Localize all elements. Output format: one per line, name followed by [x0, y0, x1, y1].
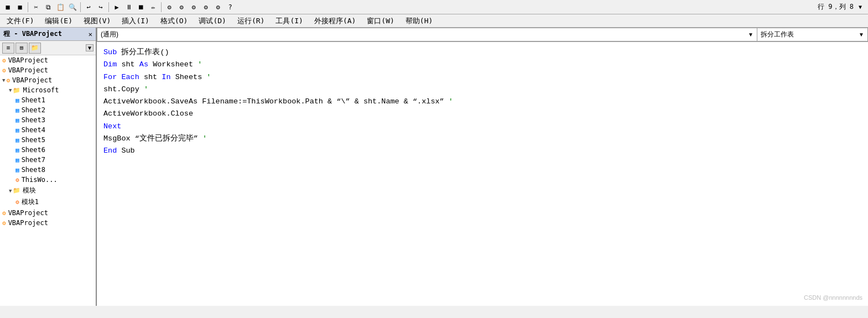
toolbar-scroll[interactable]: ▼ [855, 4, 866, 10]
code-token: In [162, 71, 175, 84]
toolbar-icon-pause[interactable]: ⏸ [123, 2, 134, 13]
tree-module1[interactable]: ⚙ 模块1 [0, 196, 96, 208]
toolbar-icon-undo[interactable]: ↩ [83, 2, 94, 13]
tree-thisworkbook[interactable]: ⚙ ThisWo... [0, 175, 96, 185]
tree-btn-2[interactable]: ⊞ [15, 43, 28, 54]
menu-insert[interactable]: 插入(I) [117, 15, 153, 27]
left-panel-header: 程 - VBAProject ✕ [0, 28, 96, 41]
code-token: Sheets [175, 71, 207, 84]
code-token: For [103, 71, 121, 84]
tree-sheet8[interactable]: ▦ Sheet8 [0, 165, 96, 175]
tree-sheet8-label: Sheet8 [22, 166, 45, 174]
tree-sheet1[interactable]: ▦ Sheet1 [0, 95, 96, 105]
tree-sheet2[interactable]: ▦ Sheet2 [0, 105, 96, 115]
menu-file[interactable]: 文件(F) [2, 15, 38, 27]
toolbar-sep-4 [161, 2, 162, 12]
tree-sheet7[interactable]: ▦ Sheet7 [0, 155, 96, 165]
menu-edit[interactable]: 编辑(E) [40, 15, 76, 27]
toolbar-sep-2 [80, 2, 81, 12]
toolbar-icon-6[interactable]: ⚙ [176, 2, 187, 13]
menu-window[interactable]: 窗口(W) [362, 15, 398, 27]
tree-modules-folder[interactable]: ▼ 📁 模块 [0, 185, 96, 196]
tree-vbaproject-label-5: VBAProject [8, 219, 48, 227]
toolbar-status: 行 9，列 8 [818, 2, 854, 12]
left-panel-close-btn[interactable]: ✕ [89, 30, 92, 38]
tree-vbaproject-1[interactable]: ⚙ VBAProject [0, 55, 96, 65]
code-token: 拆分工作表() [121, 46, 169, 59]
menu-tools[interactable]: 工具(I) [271, 15, 307, 27]
tree-vbaproject-label-3: VBAProject [12, 76, 52, 84]
toolbar-icon-7[interactable]: ⚙ [188, 2, 199, 13]
tree-vbaproject-4[interactable]: ⚙ VBAProject [0, 208, 96, 218]
menu-debug[interactable]: 调试(D) [194, 15, 230, 27]
code-token: End [103, 145, 121, 157]
toolbar-icon-5[interactable]: ⚙ [164, 2, 175, 13]
toolbar-icon-copy[interactable]: ⧉ [43, 2, 54, 13]
tree-thisworkbook-label: ThisWo... [22, 176, 58, 184]
menu-addins[interactable]: 外接程序(A) [310, 15, 360, 27]
tree-vbaproject-3[interactable]: ▼ ⚙ VBAProject [0, 75, 96, 85]
vbaproject-icon-1: ⚙ [2, 57, 6, 64]
modules-folder-icon: 📁 [13, 187, 20, 194]
tree-btn-3[interactable]: 📁 [29, 43, 41, 54]
combo-right-arrow[interactable]: ▼ [859, 32, 864, 38]
sheet3-icon: ▦ [15, 117, 19, 124]
toolbar-icon-find[interactable]: 🔍 [67, 2, 78, 13]
tree-sheet3[interactable]: ▦ Sheet3 [0, 115, 96, 125]
sheet6-icon: ▦ [15, 147, 19, 154]
menu-view[interactable]: 视图(V) [79, 15, 115, 27]
menu-run[interactable]: 运行(R) [233, 15, 269, 27]
toolbar-icon-2[interactable]: ■ [14, 2, 25, 13]
tree-sheet4-label: Sheet4 [22, 126, 45, 134]
tree-vbaproject-2[interactable]: ⚙ VBAProject [0, 65, 96, 75]
tree-scroll-btn[interactable]: ▼ [86, 44, 93, 51]
toolbar-icon-help[interactable]: ? [225, 2, 236, 13]
toolbar-icon-design[interactable]: ✏ [148, 2, 159, 13]
sheet1-icon: ▦ [15, 97, 19, 104]
code-editor[interactable]: Sub 拆分工作表()Dim sht As Worksheet 'For Eac… [97, 42, 868, 306]
toolbar-icon-9[interactable]: ⚙ [212, 2, 224, 13]
vbaproject-icon-2: ⚙ [2, 67, 6, 74]
watermark: CSDN @nnnnnnnnds [804, 293, 862, 303]
tree-sheet6[interactable]: ▦ Sheet6 [0, 145, 96, 155]
toolbar-icon-paste[interactable]: 📋 [55, 2, 66, 13]
menubar: 文件(F) 编辑(E) 视图(V) 插入(I) 格式(O) 调试(D) 运行(R… [0, 14, 868, 28]
sheet2-icon: ▦ [15, 107, 19, 114]
code-line: For Each sht In Sheets ' [103, 71, 861, 84]
menu-format[interactable]: 格式(O) [156, 15, 192, 27]
combo-left-arrow[interactable]: ▼ [748, 32, 753, 38]
toolbar-icon-stop[interactable]: ⏹ [136, 2, 147, 13]
left-panel-title: 程 - VBAProject [3, 29, 62, 39]
toolbar-icon-1[interactable]: ■ [2, 2, 13, 13]
code-token: Dim [103, 59, 121, 71]
toolbar-icon-8[interactable]: ⚙ [200, 2, 211, 13]
tree-container: ⚙ VBAProject ⚙ VBAProject ▼ ⚙ VBAProject… [0, 55, 96, 306]
code-token: Each [121, 71, 144, 84]
code-token: As [139, 59, 153, 71]
sheet5-icon: ▦ [15, 137, 19, 144]
tree-vbaproject-5[interactable]: ⚙ VBAProject [0, 218, 96, 228]
toolbar-sep-1 [28, 2, 28, 12]
code-token: sht [144, 71, 162, 84]
code-token: ActiveWorkbook.Close [103, 108, 193, 120]
vbaproject-icon-3: ⚙ [6, 77, 10, 84]
code-line: MsgBox “文件已拆分完毕” ' [103, 133, 861, 145]
code-token: Next [103, 121, 121, 133]
code-line: ActiveWorkbook.Close [103, 108, 861, 120]
main-layout: 程 - VBAProject ✕ ≡ ⊞ 📁 ▼ ⚙ VBAProject ⚙ … [0, 28, 868, 306]
tree-sheet4[interactable]: ▦ Sheet4 [0, 125, 96, 135]
tree-btn-1[interactable]: ≡ [2, 43, 14, 54]
tree-sheet7-label: Sheet7 [22, 156, 45, 164]
tree-microsoft[interactable]: ▼ 📁 Microsoft [0, 85, 96, 95]
code-combo-right[interactable]: 拆分工作表 ▼ [757, 28, 868, 41]
code-line: End Sub [103, 145, 861, 157]
tree-sheet5[interactable]: ▦ Sheet5 [0, 135, 96, 145]
toolbar-icon-run[interactable]: ▶ [111, 2, 122, 13]
toolbar-icon-redo[interactable]: ↪ [95, 2, 106, 13]
code-token: Worksheet [153, 59, 197, 71]
menu-help[interactable]: 帮助(H) [401, 15, 437, 27]
collapse-arrow-microsoft: ▼ [9, 87, 12, 93]
code-combo-left[interactable]: (通用) ▼ [97, 28, 757, 41]
code-token: sht.Copy [103, 84, 144, 96]
toolbar-icon-cut[interactable]: ✂ [30, 2, 41, 13]
